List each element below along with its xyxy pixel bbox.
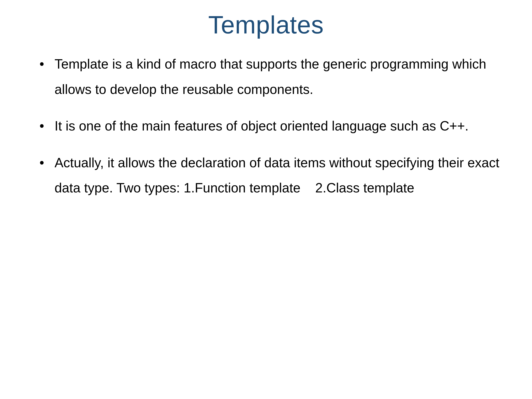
bullet-text: It is one of the main features of object… bbox=[54, 114, 469, 139]
bullet-marker-icon: • bbox=[39, 114, 44, 139]
slide-body: • Template is a kind of macro that suppo… bbox=[27, 51, 505, 201]
bullet-text: Actually, it allows the declaration of d… bbox=[54, 150, 505, 201]
bullet-marker-icon: • bbox=[39, 150, 44, 176]
bullet-item: • It is one of the main features of obje… bbox=[39, 114, 505, 139]
bullet-marker-icon: • bbox=[39, 51, 44, 77]
bullet-item: • Actually, it allows the declaration of… bbox=[39, 150, 505, 201]
bullet-item: • Template is a kind of macro that suppo… bbox=[39, 51, 505, 102]
bullet-text: Template is a kind of macro that support… bbox=[54, 51, 505, 102]
slide-title: Templates bbox=[27, 10, 505, 39]
